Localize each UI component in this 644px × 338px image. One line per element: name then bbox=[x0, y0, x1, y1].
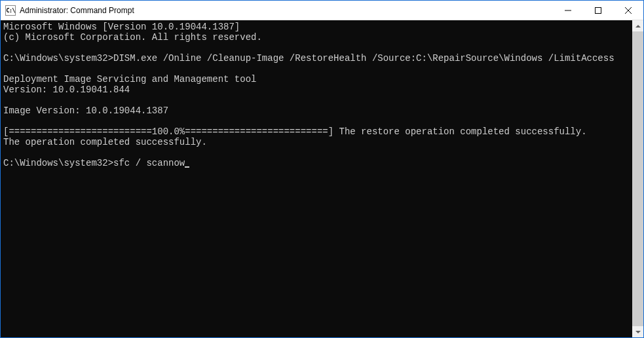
scrollbar-track[interactable] bbox=[632, 31, 643, 326]
terminal[interactable]: Microsoft Windows [Version 10.0.19044.13… bbox=[1, 20, 632, 337]
svg-rect-1 bbox=[596, 7, 601, 13]
close-button[interactable] bbox=[613, 1, 643, 20]
console-line: Version: 10.0.19041.844 bbox=[3, 84, 130, 95]
cursor bbox=[185, 159, 189, 168]
minimize-button[interactable] bbox=[553, 1, 583, 20]
window-controls bbox=[553, 1, 643, 20]
console-line: (c) Microsoft Corporation. All rights re… bbox=[3, 32, 262, 43]
current-input: sfc / scannow bbox=[113, 158, 185, 168]
maximize-button[interactable] bbox=[583, 1, 613, 20]
prompt: C:\Windows\system32> bbox=[3, 158, 113, 168]
titlebar[interactable]: C:\ Administrator: Command Prompt bbox=[1, 1, 643, 20]
maximize-icon bbox=[595, 7, 601, 14]
chevron-up-icon bbox=[635, 25, 641, 28]
vertical-scrollbar[interactable] bbox=[632, 20, 643, 337]
scroll-down-button[interactable] bbox=[632, 326, 643, 337]
console-line: [==========================100.0%=======… bbox=[3, 126, 587, 137]
console-line: Deployment Image Servicing and Managemen… bbox=[3, 74, 256, 84]
console-line: Microsoft Windows [Version 10.0.19044.13… bbox=[3, 22, 240, 32]
console-line: C:\Windows\system32>DISM.exe /Online /Cl… bbox=[3, 53, 615, 64]
cmd-icon: C:\ bbox=[5, 5, 16, 16]
chevron-down-icon bbox=[635, 331, 641, 333]
console-line: The operation completed successfully. bbox=[3, 137, 207, 147]
window-title: Administrator: Command Prompt bbox=[20, 6, 553, 15]
console-line: Image Version: 10.0.19044.1387 bbox=[3, 105, 168, 116]
scrollbar-thumb[interactable] bbox=[632, 31, 643, 326]
minimize-icon bbox=[565, 7, 571, 14]
terminal-area: Microsoft Windows [Version 10.0.19044.13… bbox=[1, 20, 643, 337]
close-icon bbox=[625, 7, 632, 14]
scroll-up-button[interactable] bbox=[632, 20, 643, 31]
